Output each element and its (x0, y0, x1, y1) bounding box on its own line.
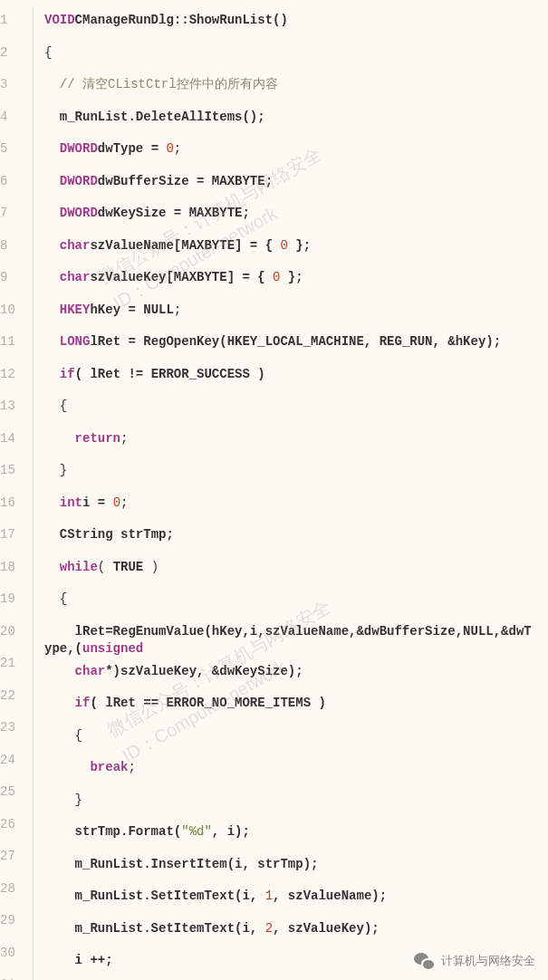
wechat-icon (414, 953, 434, 969)
token-punc: ; (120, 495, 128, 510)
code-line: } (44, 457, 539, 490)
footer-text: 计算机与网络安全 (441, 953, 535, 969)
token-type: unsigned (82, 641, 143, 656)
line-number: 11 (0, 329, 25, 361)
line-number: 10 (0, 297, 25, 330)
token-ident: szValueName[MAXBYTE] = { (90, 238, 280, 253)
code-line: m_RunList.InsertItem(i, strTmp); (44, 851, 539, 884)
token-ident: lRet=RegEnumValue(hKey,i,szValueName,&dw… (75, 624, 463, 639)
code-line: return; (44, 426, 539, 458)
line-number: 29 (0, 908, 25, 940)
code-line: inti = 0; (44, 490, 539, 523)
token-const: NULL (463, 624, 494, 639)
code-line: m_RunList.SetItemText(i, 1, szValueName)… (44, 883, 539, 916)
token-ident: }; (288, 238, 311, 253)
code-line: if( lRet != ERROR_SUCCESS ) (44, 361, 539, 394)
token-kw: return (75, 431, 120, 446)
code-line: DWORDdwKeySize = MAXBYTE; (44, 200, 539, 233)
code-line: charszValueKey[MAXBYTE] = { 0 }; (44, 264, 539, 297)
token-num: 0 (166, 141, 173, 156)
token-ident: hKey = (90, 303, 143, 317)
token-punc: ; (174, 303, 181, 317)
line-number: 23 (0, 715, 25, 747)
code-line: LONGlRet = RegOpenKey(HKEY_LOCAL_MACHINE… (44, 329, 539, 361)
token-punc: ; (120, 431, 128, 446)
token-const: NULL (143, 303, 174, 317)
line-number: 2 (0, 40, 25, 72)
token-ident: lRet = RegOpenKey(HKEY_LOCAL_MACHINE, RE… (90, 334, 501, 349)
line-number: 1 (0, 7, 25, 40)
line-number: 9 (0, 264, 25, 297)
token-ident: dwBufferSize = MAXBYTE; (98, 174, 273, 188)
line-number: 25 (0, 779, 25, 812)
token-str: "%d" (181, 824, 212, 839)
token-num: 2 (265, 921, 273, 936)
code-line: CString strTmp; (44, 522, 539, 554)
line-number: 6 (0, 168, 25, 201)
token-ident: , szValueName); (273, 889, 387, 903)
line-number: 15 (0, 457, 25, 490)
token-ident: m_RunList.DeleteAllItems(); (60, 110, 265, 124)
line-number: 16 (0, 490, 25, 523)
token-kw: break (90, 760, 128, 774)
code-line: // 清空CListCtrl控件中的所有内容 (44, 72, 539, 104)
token-ident: dwKeySize = MAXBYTE; (98, 206, 250, 220)
token-punc: { (75, 728, 82, 743)
line-number: 24 (0, 747, 25, 780)
token-ident: m_RunList.SetItemText(i, (75, 921, 265, 936)
code-line: char*)szValueKey, &dwKeySize); (44, 658, 539, 691)
code-line: charszValueName[MAXBYTE] = { 0 }; (44, 233, 539, 265)
token-ident: , i); (212, 824, 250, 839)
code-line: { (44, 723, 539, 755)
line-number: 26 (0, 812, 25, 844)
code-line: { (44, 393, 539, 426)
token-punc: { (60, 399, 67, 413)
line-number: 19 (0, 586, 25, 619)
code-line: strTmp.Format("%d", i); (44, 819, 539, 851)
line-number: 13 (0, 393, 25, 426)
code-line: } (44, 787, 539, 820)
line-number: 3 (0, 72, 25, 104)
code-line: { (44, 40, 539, 72)
footer: 计算机与网络安全 (414, 953, 535, 969)
token-type: char (75, 664, 106, 678)
code-line: HKEYhKey = NULL; (44, 297, 539, 330)
token-const: TRUE (113, 560, 144, 574)
token-ident: }; (280, 270, 303, 284)
token-punc: ( (98, 560, 113, 574)
token-punc: { (44, 45, 52, 60)
token-punc: ; (174, 141, 181, 156)
code-line: m_RunList.SetItemText(i, 2, szValueKey); (44, 916, 539, 948)
token-ident: ( lRet != ERROR_SUCCESS ) (75, 367, 265, 381)
line-number: 27 (0, 843, 25, 876)
line-number: 12 (0, 361, 25, 394)
code-content: VOIDCManageRunDlg::ShowRunList(){ // 清空C… (34, 7, 548, 980)
code-line: lRet=RegEnumValue(hKey,i,szValueName,&dw… (44, 619, 539, 658)
code-line: m_RunList.DeleteAllItems(); (44, 104, 539, 137)
token-ident: dwType = (98, 141, 167, 156)
token-punc: } (75, 793, 82, 807)
token-type: int (60, 495, 82, 510)
token-ident: i = (82, 495, 113, 510)
code-block: 1234567891011121314151617181920212223242… (0, 0, 548, 980)
token-ident: *)szValueKey, &dwKeySize); (105, 664, 303, 678)
line-number: 5 (0, 136, 25, 168)
token-type: LONG (60, 334, 91, 349)
token-kw: while (60, 560, 98, 574)
code-line: DWORDdwBufferSize = MAXBYTE; (44, 168, 539, 201)
line-number: 14 (0, 426, 25, 458)
token-ident: i ++; (75, 953, 113, 967)
token-ident: CManageRunDlg::ShowRunList() (75, 13, 288, 27)
code-line: if( lRet == ERROR_NO_MORE_ITEMS ) (44, 690, 539, 723)
token-punc: ; (128, 760, 135, 774)
line-number: 18 (0, 554, 25, 587)
token-ident: m_RunList.InsertItem(i, strTmp); (75, 857, 319, 871)
code-line: break; (44, 754, 539, 787)
token-ident: m_RunList.SetItemText(i, (75, 889, 265, 903)
token-type: DWORD (60, 174, 98, 188)
token-comment: // 清空CListCtrl控件中的所有内容 (60, 77, 278, 91)
line-number: 21 (0, 650, 25, 683)
token-punc: { (60, 591, 67, 606)
line-number: 8 (0, 233, 25, 265)
token-type: char (60, 238, 91, 253)
